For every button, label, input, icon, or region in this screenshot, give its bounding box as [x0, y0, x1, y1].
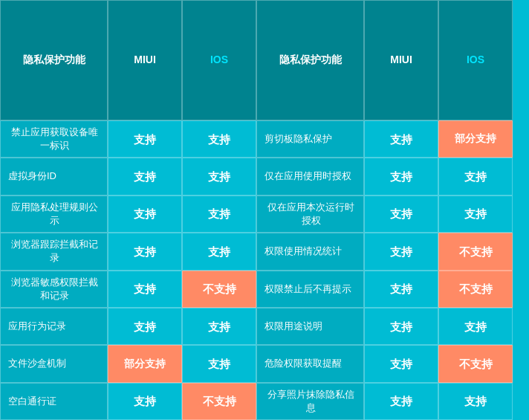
row-3-miui2: 支持 [364, 233, 438, 270]
row-5-feat2: 权限用途说明 [256, 308, 364, 345]
row-5-feat1: 应用行为记录 [0, 308, 108, 345]
row-3-ios2: 不支持 [438, 233, 513, 270]
row-2-miui1: 支持 [108, 196, 182, 233]
row-1-miui2: 支持 [364, 158, 438, 195]
row-7-miui2: 支持 [364, 383, 438, 420]
row-1-ios1: 支持 [182, 158, 256, 195]
row-2-miui2: 支持 [364, 196, 438, 233]
row-1-ios2: 支持 [438, 158, 513, 195]
row-3-feat2: 权限使用情况统计 [256, 233, 364, 270]
header-col6: IOS [438, 0, 513, 120]
row-6-miui1: 部分支持 [108, 345, 182, 382]
row-1-feat1: 虚拟身份ID [0, 158, 108, 195]
row-6-ios2: 不支持 [438, 345, 513, 382]
data-rows: 禁止应用获取设备唯一标识支持支持剪切板隐私保护支持部分支持虚拟身份ID支持支持仅… [0, 120, 529, 420]
row-7-ios2: 支持 [438, 383, 513, 420]
row-1-miui1: 支持 [108, 158, 182, 195]
header-col5: MIUI [364, 0, 438, 120]
row-2-ios2: 支持 [438, 196, 513, 233]
header-col3: IOS [182, 0, 256, 120]
header-col1: 隐私保护功能 [0, 0, 108, 120]
row-4-miui2: 支持 [364, 271, 438, 308]
row-6-feat1: 文件沙盒机制 [0, 345, 108, 382]
row-6-feat2: 危险权限获取提醒 [256, 345, 364, 382]
row-6-miui2: 支持 [364, 345, 438, 382]
row-4-feat2: 权限禁止后不再提示 [256, 271, 364, 308]
row-3-ios1: 支持 [182, 233, 256, 270]
row-0-ios2: 部分支持 [438, 120, 513, 158]
row-7-miui1: 支持 [108, 383, 182, 420]
header-col4: 隐私保护功能 [256, 0, 364, 120]
row-4-miui1: 支持 [108, 271, 182, 308]
row-4-ios1: 不支持 [182, 271, 256, 308]
row-0-feat2: 剪切板隐私保护 [256, 120, 364, 158]
row-0-ios1: 支持 [182, 120, 256, 158]
row-7-ios1: 不支持 [182, 383, 256, 420]
row-7-feat1: 空白通行证 [0, 383, 108, 420]
row-2-feat1: 应用隐私处理规则公示 [0, 196, 108, 233]
row-6-ios1: 支持 [182, 345, 256, 382]
row-5-ios1: 支持 [182, 308, 256, 345]
comparison-table: 隐私保护功能 MIUI IOS 隐私保护功能 MIUI IOS 禁止应用获取设备… [0, 0, 529, 420]
row-2-ios1: 支持 [182, 196, 256, 233]
header-col2: MIUI [108, 0, 182, 120]
row-2-feat2: 仅在应用本次运行时授权 [256, 196, 364, 233]
row-0-feat1: 禁止应用获取设备唯一标识 [0, 120, 108, 158]
row-5-ios2: 支持 [438, 308, 513, 345]
row-4-ios2: 不支持 [438, 271, 513, 308]
row-3-miui1: 支持 [108, 233, 182, 270]
row-7-feat2: 分享照片抹除隐私信息 [256, 383, 364, 420]
table-grid: 隐私保护功能 MIUI IOS 隐私保护功能 MIUI IOS [0, 0, 529, 120]
row-5-miui2: 支持 [364, 308, 438, 345]
row-5-miui1: 支持 [108, 308, 182, 345]
row-3-feat1: 浏览器跟踪拦截和记录 [0, 233, 108, 270]
row-4-feat1: 浏览器敏感权限拦截和记录 [0, 271, 108, 308]
row-0-miui2: 支持 [364, 120, 438, 158]
row-0-miui1: 支持 [108, 120, 182, 158]
row-1-feat2: 仅在应用使用时授权 [256, 158, 364, 195]
